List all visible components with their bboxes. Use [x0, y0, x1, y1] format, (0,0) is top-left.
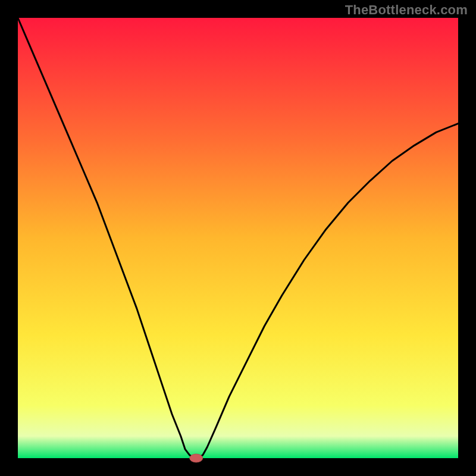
optimum-marker	[190, 454, 203, 462]
bottleneck-chart	[0, 0, 476, 476]
plot-background	[18, 18, 458, 458]
watermark-label: TheBottleneck.com	[345, 2, 468, 18]
chart-frame: { "watermark": "TheBottleneck.com", "col…	[0, 0, 476, 476]
